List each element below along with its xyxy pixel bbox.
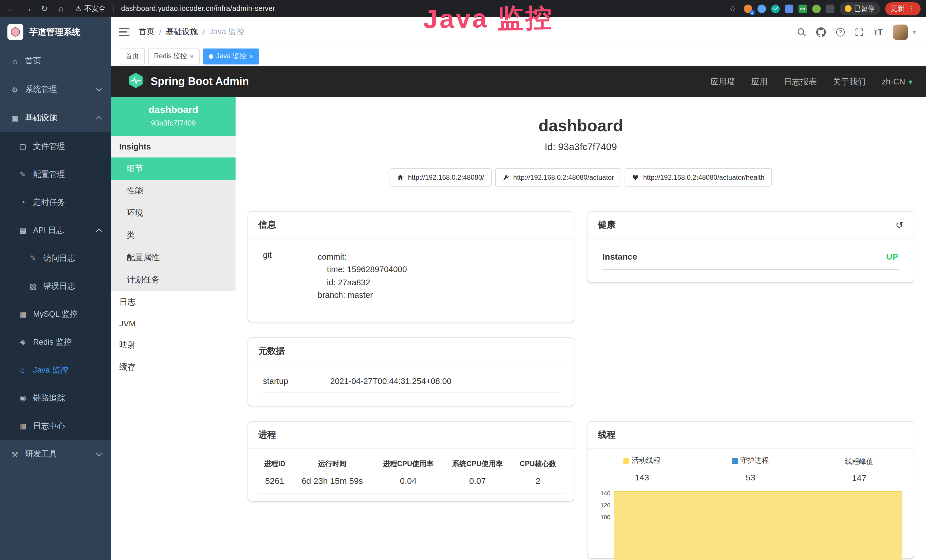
hamburger-icon[interactable] [119,28,130,36]
extension-icon-5[interactable]: on [798,4,807,13]
sidebar-item-home[interactable]: ⌂ 首页 [0,47,111,75]
sidebar-item-label: 基础设施 [25,113,57,123]
sba-item-mappings[interactable]: 映射 [111,334,236,356]
screen: ← → ↻ ⌂ ⚠ 不安全 dashboard.yudao.iocoder.cn… [0,0,926,560]
sidebar-item-file-mgmt[interactable]: ▢ 文件管理 [0,132,111,160]
security-indicator[interactable]: ⚠ 不安全 [75,4,106,14]
info-card-title: 信息 [259,219,276,231]
table-row: 5261 6d 23h 15m 59s 0.04 0.07 2 [259,471,564,494]
forward-icon[interactable]: → [22,4,34,13]
axis-tick: 140 [597,490,611,501]
sidebar-item-api-logs[interactable]: ▤ API 日志 [0,216,111,244]
extension-icon-4[interactable] [785,4,793,13]
help-icon[interactable]: ? [836,28,845,36]
text-size-icon[interactable]: тT [874,27,883,36]
metadata-card: 元数据 startup 2021-04-27T00:44:31.254+08:0… [248,338,574,406]
sba-nav-journal[interactable]: 日志报表 [784,76,817,87]
sba-item-scheduled-tasks[interactable]: 计划任务 [111,269,236,291]
sba-brand[interactable]: Spring Boot Admin [127,72,249,91]
sidebar-item-config-mgmt[interactable]: ✎ 配置管理 [0,160,111,188]
extension-icon-1[interactable]: 1 [743,4,752,13]
reload-icon[interactable]: ↻ [39,4,50,13]
tab-redis-monitor[interactable]: Redis 监控 × [148,48,200,64]
github-icon[interactable] [816,27,826,37]
instance-link-actuator[interactable]: http://192.168.0.2:48080/actuator [495,168,622,186]
tab-home[interactable]: 首页 [120,48,145,64]
sidebar-item-dev-tools[interactable]: ⚒ 研发工具 [0,440,111,468]
process-cell: 0.07 [443,471,512,494]
paused-badge[interactable]: 已暂停 [839,2,880,15]
sidebar-item-error-log[interactable]: ▧ 错误日志 [0,272,111,300]
threads-legend: 活动线程 143 守护进程 53 线程峰值 14 [588,456,914,483]
sidebar-item-log-center[interactable]: ▥ 日志中心 [0,412,111,440]
fullscreen-icon[interactable] [855,28,864,36]
sba-item-caches[interactable]: 缓存 [111,356,236,378]
extension-icon-7[interactable] [826,4,834,13]
sba-item-environment[interactable]: 环境 [111,202,236,224]
sba-sidebar: dashboard 93a3fc7f7409 Insights 细节 性能 环境… [111,97,236,560]
sba-item-logs[interactable]: 日志 [111,291,236,313]
process-card-title: 进程 [259,429,276,441]
sba-nav-applications[interactable]: 应用 [751,76,768,87]
legend-value: 143 [588,472,696,482]
update-button[interactable]: 更新 ⋮ [885,2,920,15]
legend-yellow-swatch [624,458,629,464]
info-value: commit: time: 1596289704000 id: 27aa832 … [318,250,407,302]
edit-icon: ✎ [18,170,27,179]
sba-nav-about[interactable]: 关于我们 [833,76,866,87]
tab-java-monitor[interactable]: Java 监控 × [203,48,259,64]
sidebar-item-java-monitor[interactable]: ♨ Java 监控 [0,356,111,384]
sidebar-item-access-log[interactable]: ✎ 访问日志 [0,244,111,272]
sidebar-item-label: 链路追踪 [33,393,65,403]
breadcrumb-home[interactable]: 首页 [139,27,154,37]
sidebar-item-infrastructure[interactable]: ▣ 基础设施 [0,104,111,132]
sidebar-item-label: Java 监控 [33,365,68,375]
sba-item-classes[interactable]: 类 [111,224,236,247]
log-icon: ▤ [18,226,27,235]
back-icon[interactable]: ← [6,4,17,13]
sidebar-item-redis-monitor[interactable]: ◈ Redis 监控 [0,328,111,356]
browser-home-icon[interactable]: ⌂ [55,4,67,13]
chevron-down-icon [96,86,102,92]
sba-instance-header[interactable]: dashboard 93a3fc7f7409 [111,97,236,136]
close-icon[interactable]: × [249,53,253,60]
chevron-up-icon [96,116,102,122]
tab-label: Redis 监控 [154,51,187,61]
security-label: 不安全 [85,4,106,14]
sidebar-item-mysql-monitor[interactable]: ▦ MySQL 监控 [0,300,111,328]
sba-nav-wall[interactable]: 应用墙 [710,76,735,87]
extension-icon-3[interactable] [771,4,779,13]
redis-icon: ◈ [18,338,27,346]
process-cell: 6d 23h 15m 59s [291,471,374,494]
info-card: 信息 git commit: time: 1596289704000 id: 2… [248,212,574,322]
chevron-down-icon[interactable]: ▾ [913,29,916,35]
avatar[interactable] [893,24,908,40]
instance-link-root[interactable]: http://192.168.0.2:48080/ [390,168,492,186]
kebab-menu-icon[interactable]: ⋮ [908,5,915,12]
history-icon[interactable]: ↺ [896,219,903,230]
extension-icon-6[interactable] [812,4,820,13]
threads-card: 线程 活动线程 143 守护进程 53 [588,422,914,558]
bookmark-star-icon[interactable]: ☆ [727,4,738,13]
tab-label: Java 监控 [216,51,246,61]
sba-item-details[interactable]: 细节 [111,157,236,180]
sba-item-jvm[interactable]: JVM [111,313,236,334]
sba-item-config-props[interactable]: 配置属性 [111,247,236,269]
instance-link-health[interactable]: http://192.168.0.2:48080/actuator/health [625,168,772,186]
legend-label: 活动线程 [632,456,660,466]
sidebar-item-scheduled-jobs[interactable]: ◔ 定时任务 [0,188,111,216]
instance-link-label: http://192.168.0.2:48080/ [408,173,484,182]
sidebar-item-tracing[interactable]: ◉ 链路追踪 [0,384,111,412]
spring-boot-admin-logo-icon [127,72,144,91]
app-logo[interactable]: 芋道管理系统 [0,17,111,47]
extension-icon-2[interactable] [757,4,766,13]
breadcrumb-infrastructure[interactable]: 基础设施 [166,27,198,37]
sidebar-item-label: API 日志 [33,225,64,235]
sidebar-item-system-mgmt[interactable]: ⚙ 系统管理 [0,75,111,104]
search-icon[interactable] [797,27,806,36]
page-title: dashboard [248,117,914,135]
url-text[interactable]: dashboard.yudao.iocoder.cn/infra/admin-s… [121,5,275,12]
sba-item-performance[interactable]: 性能 [111,180,236,202]
sba-locale-select[interactable]: zh-CN ▾ [882,77,912,86]
close-icon[interactable]: × [190,53,194,60]
